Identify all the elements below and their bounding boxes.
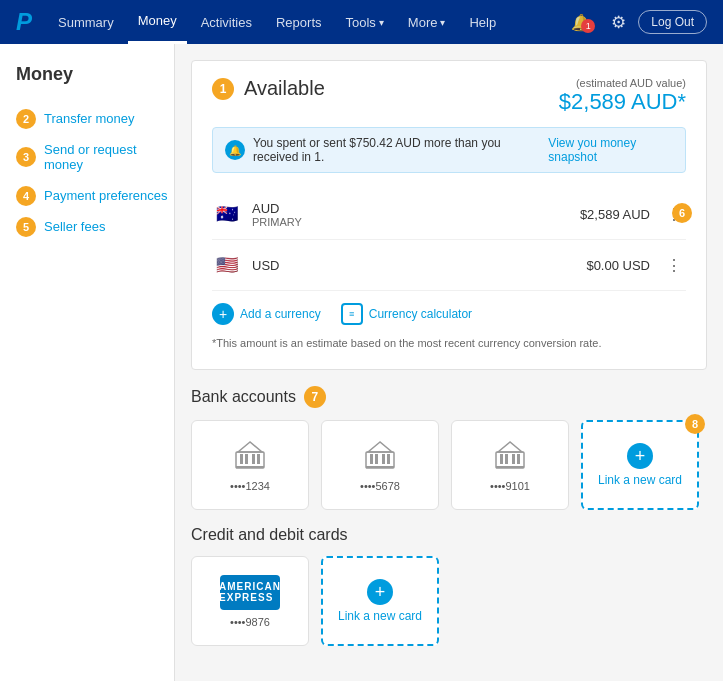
logout-button[interactable]: Log Out	[638, 10, 707, 34]
svg-rect-12	[387, 454, 390, 464]
sidebar-title: Money	[16, 64, 174, 85]
svg-rect-5	[257, 454, 260, 464]
bank-accounts-section: Bank accounts 7 ••••1234	[191, 386, 707, 510]
step-badge-6: 6	[672, 203, 692, 223]
aud-amount: $2,589 AUD	[580, 207, 650, 222]
sidebar-item-payment-preferences[interactable]: 4 Payment preferences	[44, 180, 174, 211]
svg-rect-4	[252, 454, 255, 464]
available-section: 1 Available (estimated AUD value) $2,589…	[191, 60, 707, 370]
aud-code: AUD	[252, 201, 580, 216]
usd-flag: 🇺🇸	[212, 250, 242, 280]
sidebar-item-seller-fees[interactable]: 5 Seller fees	[44, 211, 174, 242]
aud-primary-label: PRIMARY	[252, 216, 580, 228]
nav-item-summary[interactable]: Summary	[48, 0, 124, 44]
info-bar: 🔔 You spent or sent $750.42 AUD more tha…	[212, 127, 686, 173]
info-icon: 🔔	[225, 140, 245, 160]
nav-item-more[interactable]: More▾	[398, 0, 456, 44]
link-plus-icon: +	[627, 443, 653, 469]
notification-badge: 1	[581, 19, 595, 33]
bank-card-9101[interactable]: ••••9101	[451, 420, 569, 510]
sidebar-item-send-request[interactable]: 3 Send or request money	[44, 134, 174, 180]
currency-row-usd: 🇺🇸 USD $0.00 USD ⋮	[212, 240, 686, 291]
link-new-credit-label: Link a new card	[338, 609, 422, 623]
step-badge-8: 8	[685, 414, 705, 434]
bank-icon-2	[362, 438, 398, 474]
bank-icon-1	[232, 438, 268, 474]
step-badge-4: 4	[16, 186, 36, 206]
bank-accounts-title: Bank accounts	[191, 388, 296, 406]
currency-calculator-button[interactable]: ≡ Currency calculator	[341, 303, 472, 325]
calculator-icon: ≡	[341, 303, 363, 325]
add-currency-icon: +	[212, 303, 234, 325]
usd-menu-icon[interactable]: ⋮	[662, 254, 686, 277]
step-badge-3: 3	[16, 147, 36, 167]
nav-item-help[interactable]: Help	[459, 0, 506, 44]
link-new-bank-card[interactable]: 8 + Link a new card	[581, 420, 699, 510]
navbar: P Summary Money Activities Reports Tools…	[0, 0, 723, 44]
settings-icon[interactable]: ⚙	[603, 12, 634, 33]
svg-rect-13	[366, 466, 394, 468]
nav-item-money[interactable]: Money	[128, 0, 187, 44]
nav-item-reports[interactable]: Reports	[266, 0, 332, 44]
available-title: Available	[244, 77, 325, 100]
bank-card-1234[interactable]: ••••1234	[191, 420, 309, 510]
nav-item-tools[interactable]: Tools▾	[336, 0, 394, 44]
svg-rect-20	[496, 466, 524, 468]
link-credit-plus-icon: +	[367, 579, 393, 605]
svg-rect-16	[500, 454, 503, 464]
sidebar-item-transfer-money[interactable]: 2 Transfer money	[44, 103, 174, 134]
info-link[interactable]: View you money snapshot	[548, 136, 673, 164]
available-step-badge: 1	[212, 78, 234, 100]
svg-rect-3	[245, 454, 248, 464]
svg-rect-18	[512, 454, 515, 464]
bank-number-1234: ••••1234	[230, 480, 270, 492]
svg-rect-19	[517, 454, 520, 464]
paypal-logo: P	[16, 8, 32, 36]
notification-bell[interactable]: 🔔 1	[563, 13, 599, 32]
svg-marker-8	[368, 442, 392, 452]
bank-number-5678: ••••5678	[360, 480, 400, 492]
link-new-card-label: Link a new card	[598, 473, 682, 487]
svg-rect-2	[240, 454, 243, 464]
info-text: You spent or sent $750.42 AUD more than …	[253, 136, 540, 164]
credit-cards-title: Credit and debit cards	[191, 526, 348, 544]
nav-item-activities[interactable]: Activities	[191, 0, 262, 44]
amex-card-9876[interactable]: AMERICANEXPRESS ••••9876	[191, 556, 309, 646]
amex-logo: AMERICANEXPRESS	[220, 575, 280, 610]
svg-rect-10	[375, 454, 378, 464]
bank-card-5678[interactable]: ••••5678	[321, 420, 439, 510]
currency-row-aud: 🇦🇺 AUD PRIMARY $2,589 AUD ⋮ 6	[212, 189, 686, 240]
step-badge-7: 7	[304, 386, 326, 408]
disclaimer-text: *This amount is an estimate based on the…	[212, 337, 686, 349]
add-currency-button[interactable]: + Add a currency	[212, 303, 321, 325]
aud-flag: 🇦🇺	[212, 199, 242, 229]
bank-cards-container: ••••1234 ••••5678	[191, 420, 707, 510]
bank-number-9101: ••••9101	[490, 480, 530, 492]
svg-marker-15	[498, 442, 522, 452]
tools-chevron: ▾	[379, 17, 384, 28]
credit-cards-container: AMERICANEXPRESS ••••9876 + Link a new ca…	[191, 556, 707, 646]
available-amount: $2,589 AUD*	[559, 89, 686, 115]
currency-actions: + Add a currency ≡ Currency calculator	[212, 291, 686, 329]
sidebar: Money 2 Transfer money 3 Send or request…	[0, 44, 175, 681]
bank-icon-3	[492, 438, 528, 474]
usd-amount: $0.00 USD	[586, 258, 650, 273]
link-new-credit-card[interactable]: + Link a new card	[321, 556, 439, 646]
svg-rect-17	[505, 454, 508, 464]
step-badge-2: 2	[16, 109, 36, 129]
svg-rect-6	[236, 466, 264, 468]
main-content: 1 Available (estimated AUD value) $2,589…	[175, 44, 723, 681]
svg-marker-1	[238, 442, 262, 452]
credit-cards-section: Credit and debit cards AMERICANEXPRESS •…	[191, 526, 707, 646]
svg-rect-9	[370, 454, 373, 464]
usd-code: USD	[252, 258, 586, 273]
step-badge-5: 5	[16, 217, 36, 237]
estimated-label: (estimated AUD value)	[559, 77, 686, 89]
amex-number: ••••9876	[230, 616, 270, 628]
svg-rect-11	[382, 454, 385, 464]
more-chevron: ▾	[440, 17, 445, 28]
